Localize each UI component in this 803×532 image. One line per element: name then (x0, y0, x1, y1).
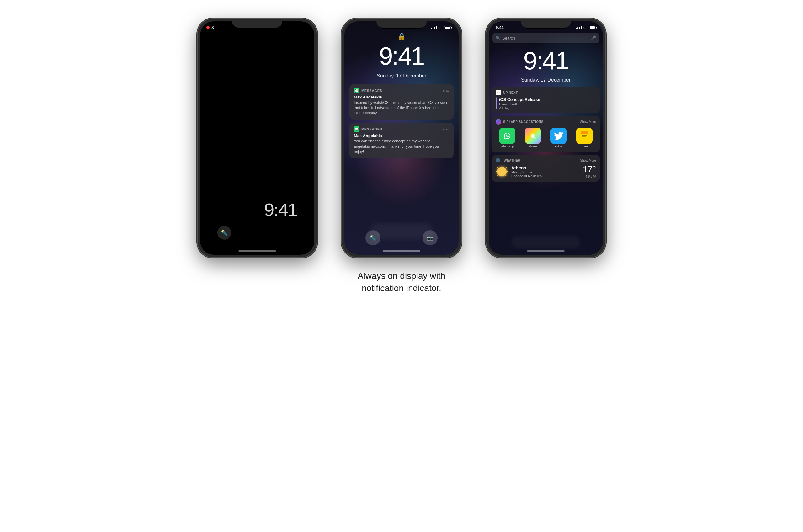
mic-icon: 🎤 (591, 35, 596, 40)
svg-line-14 (497, 175, 499, 176)
messages-app-icon-2: 💬 (354, 127, 360, 132)
siri-apps-row: WhatsApp (496, 127, 596, 149)
notif-title-2: Max Angelakis (354, 133, 449, 138)
event-title: iOS Concept Release (499, 97, 540, 102)
notif-title-1: Max Angelakis (354, 95, 449, 99)
svg-line-11 (497, 167, 499, 168)
phone1-screen: 3 9:41 🔦 (200, 21, 314, 255)
svg-rect-4 (582, 135, 587, 136)
signal-icon (431, 26, 437, 30)
calendar-icon: 14 (496, 90, 501, 95)
notes-app[interactable]: Notes (576, 128, 593, 148)
status-icons-3 (576, 26, 596, 30)
svg-rect-5 (582, 136, 586, 137)
wifi-icon (438, 26, 443, 29)
svg-line-13 (505, 167, 506, 168)
notif-body-2: You can find the entire concept on my we… (354, 139, 449, 154)
lock-screen-date: Sunday, 17 December (344, 73, 459, 79)
flashlight-icon: 🔦 (370, 235, 376, 241)
sun-icon (496, 165, 508, 178)
bottom-app-dock-blur (511, 236, 580, 248)
notif-app-name-1: MESSAGES (361, 89, 382, 93)
weather-row: Athens Mostly Sunny Chance of Rain: 0% 1… (496, 164, 596, 178)
phones-container: 3 9:41 🔦  (198, 19, 605, 257)
always-on-time: 9:41 (264, 199, 297, 220)
notch (380, 21, 423, 30)
notes-icon (576, 128, 593, 144)
flashlight-icon: 🔦 (221, 229, 228, 236)
widgets-time: 9:41 (489, 46, 603, 75)
messages-app-icon: 💬 (354, 88, 360, 94)
whatsapp-label: WhatsApp (501, 145, 514, 148)
phone-lock-screen:  (342, 19, 461, 257)
svg-line-12 (505, 175, 506, 176)
battery-icon-3 (589, 26, 596, 29)
weather-dot-icon (496, 158, 500, 163)
twitter-app[interactable]: Twitter (551, 128, 567, 148)
weather-section-title: WEATHER (504, 159, 520, 162)
weather-show-more[interactable]: Show More (580, 159, 596, 162)
notif-time-2: now (443, 127, 449, 131)
notification-card-1[interactable]: 💬 MESSAGES now Max Angelakis Inspired by… (349, 84, 454, 119)
always-on-status: 3 (206, 25, 214, 30)
siri-icon (496, 119, 501, 125)
event-detail: All day (499, 106, 540, 110)
twitter-label: Twitter (555, 145, 563, 148)
svg-rect-6 (582, 138, 586, 138)
camera-circle-button[interactable]: 📷 (422, 230, 438, 245)
flashlight-button[interactable]: 🔦 (217, 226, 231, 240)
weather-info: Athens Mostly Sunny Chance of Rain: 0% (508, 165, 583, 178)
twitter-icon (551, 128, 567, 144)
search-icon: 🔍 (496, 36, 500, 40)
calendar-widget[interactable]: 14 UP NEXT iOS Concept Release Planet Ea… (492, 87, 600, 113)
siri-show-more[interactable]: Show More (580, 120, 596, 124)
home-indicator[interactable] (527, 250, 565, 251)
search-placeholder: Search (502, 36, 589, 40)
status-icons (431, 26, 451, 30)
weather-range: 19° / 9° (583, 175, 596, 178)
photos-label: Photos (529, 145, 537, 148)
lock-screen-bottom: 🔦 📷 (344, 230, 459, 245)
whatsapp-app[interactable]: WhatsApp (499, 128, 515, 148)
notes-label: Notes (580, 145, 588, 148)
weather-description: Mostly Sunny (511, 170, 583, 174)
notification-count: 3 (211, 25, 214, 30)
camera-icon: 📷 (427, 235, 433, 241)
event-planet: Planet Earth (499, 102, 540, 106)
calendar-event: iOS Concept Release Planet Earth All day (496, 97, 596, 110)
caption-text: Always on display with notification indi… (358, 270, 445, 294)
notch (235, 21, 279, 30)
flashlight-circle-button[interactable]: 🔦 (365, 230, 381, 245)
notification-card-2[interactable]: 💬 MESSAGES now Max Angelakis You can fin… (349, 122, 454, 158)
event-bar (496, 97, 497, 109)
lock-screen-time: 9:41 (344, 42, 459, 71)
weather-temps: 17° 19° / 9° (583, 164, 596, 178)
phone2-screen:  (344, 21, 459, 255)
battery-icon (444, 26, 451, 30)
lock-icon: 🔒 (397, 33, 406, 41)
siri-widget: SIRI APP SUGGESTIONS Show More (492, 116, 600, 152)
notch (524, 21, 568, 30)
weather-rain: Chance of Rain: 0% (511, 174, 583, 178)
notif-app-name-2: MESSAGES (361, 127, 382, 131)
wifi-icon-3 (583, 26, 588, 29)
search-bar[interactable]: 🔍 Search 🎤 (493, 33, 599, 43)
widgets-date: Sunday, 17 December (489, 77, 603, 83)
weather-city: Athens (511, 165, 583, 170)
photos-app[interactable]: Photos (525, 128, 541, 148)
home-indicator[interactable] (383, 250, 420, 251)
svg-rect-3 (580, 131, 588, 134)
notif-body-1: Inspired by watchOS, this is my vision o… (354, 100, 449, 116)
photos-icon (525, 128, 541, 144)
caption-line1: Always on display with (358, 271, 445, 281)
notifications-list: 💬 MESSAGES now Max Angelakis Inspired by… (349, 84, 454, 162)
calendar-section-title: UP NEXT (503, 91, 518, 94)
weather-widget[interactable]: WEATHER Show More (492, 155, 600, 182)
widgets-list: 14 UP NEXT iOS Concept Release Planet Ea… (492, 87, 600, 184)
whatsapp-icon (499, 128, 515, 144)
siri-section-title: SIRI APP SUGGESTIONS (503, 120, 543, 124)
caption-line2: notification indicator. (362, 283, 441, 293)
weather-temp: 17° (583, 164, 596, 174)
notification-dot (206, 26, 210, 29)
home-indicator[interactable] (238, 250, 276, 251)
